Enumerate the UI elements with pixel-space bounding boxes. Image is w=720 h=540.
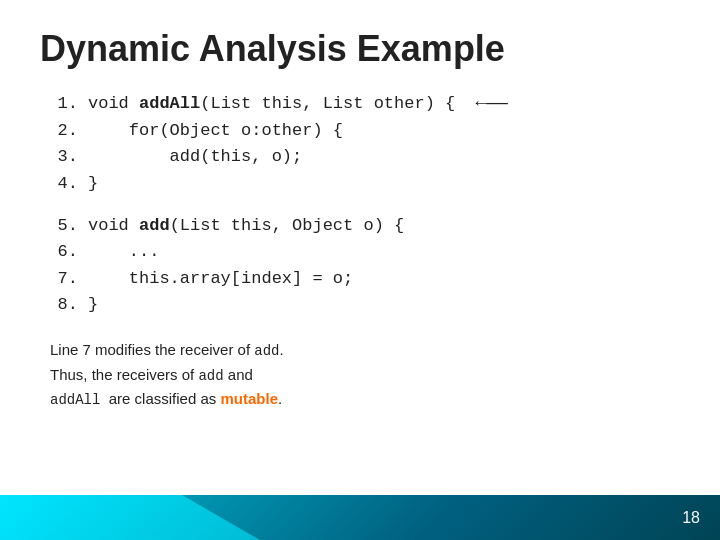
code-line-7: 7. this.array[index] = o; [50,266,670,292]
addall-mono-ref: addAll [50,392,100,408]
line-num-7: 7. [50,266,78,292]
code-line-5: 5. void add(List this, Object o) { [50,213,670,239]
code-line-2: 2. for(Object o:other) { [50,118,670,144]
arrow-indicator: ←—— [475,90,507,118]
line-num-8: 8. [50,292,78,318]
code-line-4: 4. } [50,171,670,197]
code-content-8: } [88,292,98,318]
code-line-1: 1. void addAll(List this, List other) { … [50,90,670,118]
code-content-5: void add(List this, Object o) { [88,213,404,239]
slide-title: Dynamic Analysis Example [0,0,720,90]
description-line-1: Line 7 modifies the receiver of add. [50,338,670,362]
bottom-bar: 18 [0,495,720,540]
addall-keyword: addAll [139,94,200,113]
slide-number: 18 [682,509,720,527]
line-num-6: 6. [50,239,78,265]
slide: Dynamic Analysis Example 1. void addAll(… [0,0,720,540]
code-content-3: add(this, o); [88,144,302,170]
code-line-3: 3. add(this, o); [50,144,670,170]
code-content-6: ... [88,239,159,265]
description-line-3: addAll are classified as mutable. [50,387,670,411]
code-block: 1. void addAll(List this, List other) { … [0,90,720,318]
description-line-2: Thus, the receivers of add and [50,363,670,387]
code-content-4: } [88,171,98,197]
line-num-1: 1. [50,91,78,117]
mutable-label: mutable [220,390,278,407]
add-mono-ref: add [254,343,279,359]
line-num-4: 4. [50,171,78,197]
code-content-7: this.array[index] = o; [88,266,353,292]
add-keyword: add [139,216,170,235]
line-num-2: 2. [50,118,78,144]
bottom-bar-accent [0,495,260,540]
code-content-1: void addAll(List this, List other) { ←—— [88,90,508,118]
code-line-6: 6. ... [50,239,670,265]
code-line-8: 8. } [50,292,670,318]
code-content-2: for(Object o:other) { [88,118,343,144]
line-num-3: 3. [50,144,78,170]
description-block: Line 7 modifies the receiver of add. Thu… [0,318,720,421]
add-mono-ref2: add [198,368,223,384]
line-num-5: 5. [50,213,78,239]
